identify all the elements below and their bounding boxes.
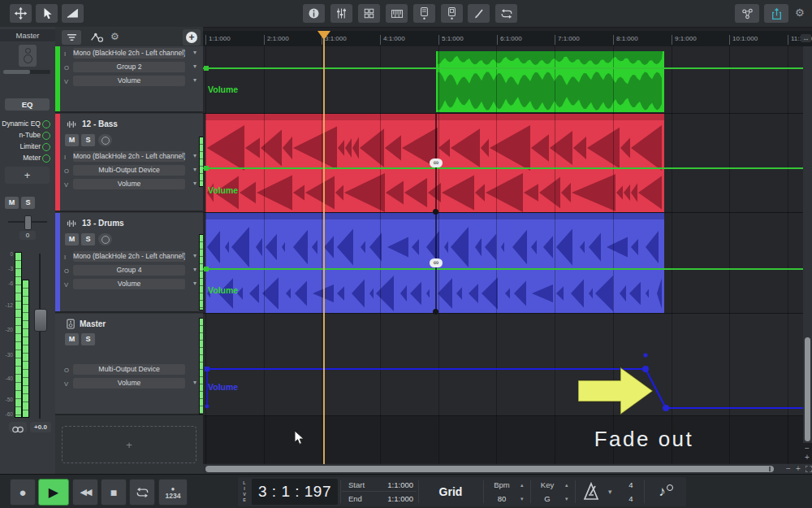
end-value[interactable]: 1:1:000 [387, 494, 413, 503]
playhead-line[interactable] [323, 31, 325, 464]
zoom-in-button[interactable]: + [796, 465, 801, 473]
key-value[interactable]: G [531, 494, 564, 503]
plugin-slot-limiter[interactable]: Limiter [0, 141, 54, 152]
add-track-button[interactable]: + [183, 29, 201, 46]
count-in-button[interactable]: ● 1234 [158, 479, 188, 506]
move-tool-button[interactable] [10, 4, 32, 23]
timeline-ruler[interactable]: 1:1:000 2:1:000 3:1:000 4:1:000 5:1:000 … [203, 31, 812, 47]
master-fader-handle[interactable] [34, 309, 47, 332]
stereo-link-button[interactable] [9, 422, 27, 432]
master-solo-button[interactable]: S [21, 197, 35, 209]
solo-button[interactable]: S [81, 333, 95, 345]
rewind-button[interactable]: ◀◀ [72, 479, 98, 506]
plugin-power-icon[interactable] [42, 120, 50, 128]
plugin-slot-n-tube[interactable]: n-Tube [0, 130, 54, 141]
add-track-drop-zone[interactable]: + [62, 426, 197, 463]
playhead-marker[interactable] [317, 31, 330, 40]
filter-tracks-button[interactable] [62, 30, 81, 45]
pointer-tool-button[interactable] [36, 4, 58, 23]
time-display[interactable]: 3 : 1 : 197 [252, 479, 338, 505]
plugin-power-icon[interactable] [42, 143, 50, 151]
plugin-rack-button[interactable] [358, 4, 380, 23]
record-arm-button[interactable] [98, 134, 112, 146]
piano-roll-button[interactable] [386, 4, 408, 23]
bpm-value[interactable]: 80 [485, 494, 519, 503]
zoom-out-button[interactable]: − [786, 465, 791, 473]
loop-button[interactable] [495, 4, 517, 23]
v-zoom-out-button[interactable]: − [805, 445, 810, 453]
bpm-up-icon[interactable]: ▴ [520, 482, 524, 488]
track-settings-gear-icon[interactable]: ⚙ [110, 31, 119, 42]
output-select[interactable]: O Multi-Output Device [55, 364, 203, 376]
eq-plugin-button[interactable]: EQ [5, 98, 50, 111]
plugin-slot-meter[interactable]: Meter [0, 153, 54, 163]
output-select[interactable]: O Multi-Output Device ▾ [55, 165, 203, 176]
pan-slider-handle[interactable] [24, 215, 32, 230]
edge-handle-dot[interactable] [433, 209, 438, 215]
automation-point[interactable] [204, 267, 209, 271]
automation-param-select[interactable]: V Volume ▾ [55, 378, 203, 389]
plugin-slot-dynamic-eq[interactable]: Dynamic EQ [0, 119, 54, 129]
automation-param-select[interactable]: V Volume ▾ [55, 179, 203, 190]
master-gain-readout[interactable]: +0.0 [30, 422, 51, 432]
solo-button[interactable]: S [81, 233, 95, 245]
track-header-master[interactable]: Master M S O Multi-Output Device V Volum… [55, 314, 203, 415]
track-header-bass[interactable]: 12 - Bass M S I Mono (BlackHole 2ch - Le… [55, 114, 203, 212]
ruler-resize-icon[interactable]: ↔ [801, 34, 811, 42]
clip-green-audio[interactable] [436, 51, 664, 112]
master-automation-curve[interactable] [203, 314, 812, 415]
expand-icon[interactable] [806, 466, 812, 472]
plugin-power-icon[interactable] [42, 132, 50, 140]
automation-line-bass-track[interactable] [203, 167, 812, 169]
start-value[interactable]: 1:1:000 [387, 480, 413, 489]
metronome-chevron-icon[interactable]: ▾ [608, 488, 612, 496]
master-mute-button[interactable]: M [5, 197, 19, 209]
vertical-scrollbar[interactable] [803, 46, 812, 443]
loop-marker-icon[interactable]: ∞ [430, 258, 443, 267]
horizontal-scrollbar[interactable]: − + [203, 464, 812, 474]
bpm-down-icon[interactable]: ▾ [520, 496, 524, 501]
track-header-drums[interactable]: 13 - Drums M S I Mono (BlackHole 2ch - L… [55, 213, 203, 313]
automation-param-select[interactable]: V Volume ▾ [55, 279, 203, 290]
device-panel-button[interactable] [413, 4, 435, 23]
loop-marker-icon[interactable]: ∞ [430, 158, 443, 167]
key-control[interactable]: Key G [531, 477, 564, 503]
mute-button[interactable]: M [65, 134, 79, 146]
routing-button[interactable] [735, 4, 759, 23]
record-arm-button[interactable] [98, 233, 112, 245]
output-select[interactable]: O Group 4 ▾ [55, 265, 203, 276]
fade-tool-button[interactable] [62, 4, 84, 23]
input-select[interactable]: I Mono (BlackHole 2ch - Left channel) ▾ [55, 151, 203, 163]
plugin-power-icon[interactable] [42, 154, 50, 163]
output-select[interactable]: O Group 2 ▾ [55, 62, 203, 73]
loop-toggle-button[interactable] [129, 479, 155, 506]
grid-toggle-button[interactable]: Grid [418, 477, 483, 506]
settings-gear-icon[interactable]: ⚙ [795, 7, 805, 19]
metronome-button[interactable] [581, 481, 602, 506]
automation-line-green-track[interactable] [203, 67, 812, 69]
solo-button[interactable]: S [81, 134, 95, 146]
automation-point[interactable] [204, 166, 209, 171]
input-select[interactable]: I Mono (BlackHole 2ch - Left channel) ▾ [55, 48, 203, 59]
mute-button[interactable]: M [65, 233, 79, 245]
stop-button[interactable]: ■ [101, 479, 127, 506]
record-button[interactable]: ● [10, 479, 36, 506]
key-up-icon[interactable]: ▴ [565, 482, 568, 488]
mixer-button[interactable] [330, 4, 352, 23]
add-plugin-button[interactable]: + [5, 167, 50, 184]
play-button[interactable]: ▶ [38, 479, 69, 506]
automation-point[interactable] [204, 66, 209, 71]
share-button[interactable] [764, 4, 788, 23]
time-signature-control[interactable]: 4 4 [621, 477, 641, 503]
loop-end-field[interactable]: End 1:1:000 [342, 492, 417, 504]
input-select[interactable]: I Mono (BlackHole 2ch - Left channel) ▾ [55, 251, 203, 263]
automation-mode-button[interactable] [89, 31, 105, 47]
horizontal-scroll-thumb[interactable] [205, 466, 774, 472]
edit-pencil-button[interactable] [468, 4, 490, 23]
bpm-control[interactable]: Bpm 80 [485, 477, 519, 503]
loop-start-field[interactable]: Start 1:1:000 [342, 479, 417, 492]
track-header-green[interactable]: I Mono (BlackHole 2ch - Left channel) ▾ … [55, 46, 203, 113]
strip-slider[interactable] [3, 70, 50, 74]
device-panel-2-button[interactable] [441, 4, 463, 23]
automation-param-select[interactable]: V Volume ▾ [55, 76, 203, 87]
